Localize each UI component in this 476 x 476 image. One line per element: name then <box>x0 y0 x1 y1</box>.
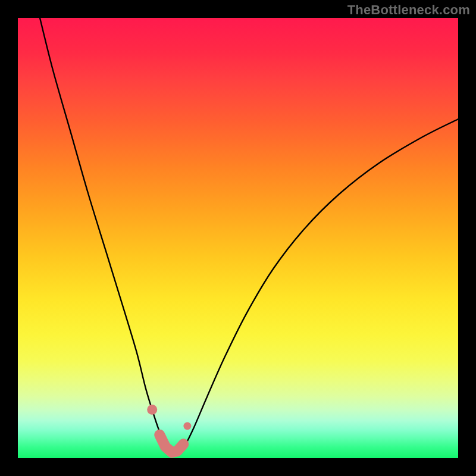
chart-frame: TheBottleneck.com <box>0 0 476 476</box>
curve-svg <box>18 18 458 458</box>
highlight-end-dot <box>147 405 157 415</box>
watermark-text: TheBottleneck.com <box>347 2 470 18</box>
highlight-markers <box>147 405 191 452</box>
bottleneck-curve <box>40 18 458 454</box>
highlight-u-stroke <box>159 435 183 453</box>
plot-area <box>18 18 458 458</box>
highlight-end-dot <box>183 422 191 430</box>
